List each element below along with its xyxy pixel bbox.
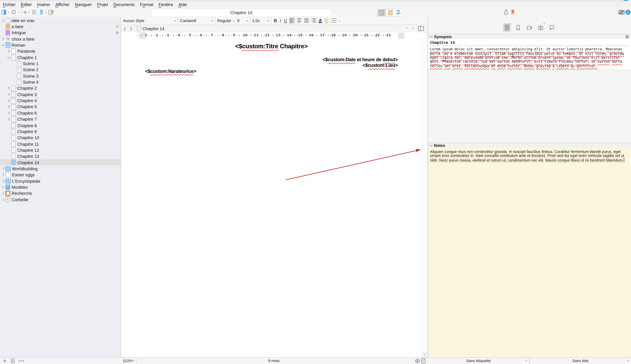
align-left-icon[interactable] bbox=[290, 18, 294, 23]
binder-item-chapitre-7[interactable]: ❯Chapitre 7 bbox=[0, 116, 121, 122]
comments-tab-icon[interactable] bbox=[548, 24, 556, 32]
binder-item-chapitre-10[interactable]: Chapitre 10 bbox=[0, 135, 121, 141]
nav-up-icon[interactable]: ⌃ bbox=[406, 26, 408, 30]
scroll-down-icon[interactable]: ▼ bbox=[422, 352, 426, 357]
style-dropdown[interactable]: Aucun Style▾ bbox=[121, 17, 178, 24]
binder-item-chapitre-13[interactable]: Chapitre 13 bbox=[0, 153, 121, 159]
underline-button[interactable]: U bbox=[284, 18, 287, 23]
binder-item-chapitre-11[interactable]: Chapitre 11 bbox=[0, 141, 121, 147]
menu-format[interactable]: Format bbox=[140, 2, 153, 7]
attach-icon[interactable] bbox=[38, 8, 44, 16]
expand-chevron-icon[interactable]: ❯ bbox=[7, 112, 11, 114]
binder-item-corbeille[interactable]: ❯Corbeille bbox=[0, 196, 121, 202]
inspector-info-icon[interactable]: i bbox=[624, 8, 631, 16]
snapshots-tab-icon[interactable] bbox=[537, 24, 544, 32]
more-options-icon[interactable]: ••• bbox=[18, 358, 24, 363]
metadata-tab-icon[interactable] bbox=[526, 24, 533, 32]
menu-projet[interactable]: Projet bbox=[97, 2, 108, 7]
view-outline-icon[interactable] bbox=[394, 9, 403, 16]
binder-item-easter-eggs[interactable]: ❯Easter eggs bbox=[0, 172, 121, 178]
notes-body[interactable]: Aliquam congue risus non consectetur gra… bbox=[430, 150, 628, 162]
compose-icon[interactable] bbox=[48, 8, 54, 16]
add-item-icon[interactable] bbox=[22, 8, 27, 16]
attach-dropdown-chevron-icon[interactable]: ▾ bbox=[44, 8, 48, 16]
binder-toggle-icon[interactable] bbox=[1, 8, 7, 16]
label-dropdown[interactable]: Sans étiquette ▾ bbox=[428, 358, 529, 364]
nav-forward-icon[interactable]: ❯ bbox=[128, 26, 134, 30]
view-corkboard-icon[interactable] bbox=[386, 9, 394, 16]
menu-documents[interactable]: Documents bbox=[113, 2, 135, 7]
menu-éditer[interactable]: Éditer bbox=[21, 2, 32, 7]
binder-item-chapitre-2[interactable]: ❯Chapitre 2 bbox=[0, 85, 121, 91]
state-dropdown[interactable]: Sans état ▾ bbox=[529, 358, 631, 364]
menu-naviguer[interactable]: Naviguer bbox=[75, 2, 92, 7]
highlight-icon[interactable] bbox=[324, 18, 328, 23]
view-document-icon[interactable] bbox=[378, 9, 386, 16]
binder-item-id-e-en-vrac[interactable]: ❯idée en vrac bbox=[0, 17, 121, 24]
menu-fenêtre[interactable]: Fenêtre bbox=[158, 2, 173, 7]
share-icon[interactable] bbox=[503, 8, 509, 16]
binder-item-chapitre-5[interactable]: ❯Chapitre 5 bbox=[0, 104, 121, 110]
expand-chevron-icon[interactable]: ❯ bbox=[2, 43, 5, 47]
notes-area[interactable]: Aliquam congue risus non consectetur gra… bbox=[428, 148, 631, 358]
binder-item-worldbuilding[interactable]: ❯Worldbuilding bbox=[0, 166, 121, 172]
menu-aide[interactable]: Aide bbox=[178, 2, 187, 7]
binder-item-chapitre-1[interactable]: ❯Chapitre 1 bbox=[0, 54, 121, 60]
expand-chevron-icon[interactable]: ❯ bbox=[7, 56, 10, 59]
ruler[interactable]: 1234567891011121314151617181920212223 bbox=[121, 32, 422, 39]
add-dropdown-chevron-icon[interactable]: ▾ bbox=[27, 8, 30, 16]
editor-document-tab[interactable]: Chapitre 14 bbox=[151, 8, 332, 17]
expand-chevron-icon[interactable]: ❯ bbox=[1, 179, 5, 182]
synopsis-image-icon[interactable] bbox=[625, 35, 629, 38]
nav-down-icon[interactable]: ⌃ bbox=[412, 26, 415, 30]
binder-item-a-faire[interactable]: a faire bbox=[0, 24, 121, 30]
align-justify-icon[interactable] bbox=[304, 18, 309, 23]
expand-chevron-icon[interactable]: ❯ bbox=[1, 173, 5, 176]
expand-chevron-icon[interactable]: ❯ bbox=[1, 198, 5, 201]
nav-back-icon[interactable]: ❮ bbox=[122, 26, 128, 30]
expand-chevron-icon[interactable]: ❯ bbox=[7, 118, 11, 121]
add-folder-icon[interactable] bbox=[10, 358, 15, 363]
binder-item-chapitre-14[interactable]: Chapitre 14 bbox=[0, 159, 121, 166]
writing-target-icon[interactable] bbox=[415, 359, 420, 363]
menu-afficher[interactable]: Afficher bbox=[56, 2, 70, 7]
add-document-icon[interactable] bbox=[3, 359, 7, 363]
binder-item-chapitre-12[interactable]: Chapitre 12 bbox=[0, 147, 121, 153]
font-weight-dropdown[interactable]: Regular▾ bbox=[215, 17, 235, 24]
expand-chevron-icon[interactable]: ❯ bbox=[1, 192, 5, 195]
binder-item-mod-les[interactable]: ❯TModèles bbox=[0, 184, 121, 190]
binder-item-intrigue[interactable]: Intrigue bbox=[0, 30, 121, 36]
binder-item-roman[interactable]: ❯Roman bbox=[0, 42, 121, 48]
expand-chevron-icon[interactable]: ❯ bbox=[7, 105, 11, 108]
compile-icon[interactable] bbox=[618, 8, 625, 16]
split-editor-icon[interactable] bbox=[418, 26, 424, 31]
binder-item-chapitre-9[interactable]: Chapitre 9 bbox=[0, 128, 121, 134]
expand-chevron-icon[interactable]: ❯ bbox=[7, 99, 11, 102]
text-color-button[interactable]: A bbox=[319, 18, 322, 23]
editor-scrollbar[interactable]: ▼ bbox=[422, 39, 427, 358]
menu-insérer[interactable]: Insérer bbox=[37, 2, 50, 7]
binder-item-sc-ne-3[interactable]: Scène 3 bbox=[0, 73, 121, 79]
italic-button[interactable]: I bbox=[280, 18, 281, 23]
bold-button[interactable]: B bbox=[274, 18, 277, 23]
bookmarks-tab-icon[interactable] bbox=[514, 24, 522, 32]
binder-item-recherche[interactable]: ❯Recherche bbox=[0, 190, 121, 196]
notes-collapse-chevron-icon[interactable]: ❯ bbox=[430, 144, 433, 147]
bookmark-icon[interactable] bbox=[511, 8, 515, 16]
line-spacing-dropdown[interactable]: 1.0x▾ bbox=[250, 17, 271, 24]
binder-dropdown-chevron-icon[interactable]: ▾ bbox=[7, 8, 10, 16]
expand-chevron-icon[interactable]: ❯ bbox=[1, 19, 5, 22]
binder-item-chapitre-6[interactable]: ❯Chapitre 6 bbox=[0, 110, 121, 116]
list-dropdown-chevron-icon[interactable]: ▾ bbox=[339, 19, 340, 22]
binder-item-sc-ne-2[interactable]: Scène 2 bbox=[0, 67, 121, 73]
binder-item-sc-ne-4[interactable]: Scène 4 bbox=[0, 79, 121, 85]
document-text-area[interactable]: <$custom:Titre Chapitre><$custom:Date et… bbox=[121, 39, 422, 358]
notes-tab-icon[interactable] bbox=[503, 24, 511, 32]
font-size-dropdown[interactable]: 9▾ bbox=[235, 17, 250, 24]
binder-item-chapitre-8[interactable]: Chapitre 8 bbox=[0, 122, 121, 128]
expand-chevron-icon[interactable]: ❯ bbox=[7, 50, 11, 53]
expand-chevron-icon[interactable]: ❯ bbox=[1, 167, 5, 170]
binder-item-chapitre-4[interactable]: ❯Chapitre 4 bbox=[0, 98, 121, 104]
binder-item-paratexte[interactable]: ❯Paratexte bbox=[0, 48, 121, 54]
synopsis-card[interactable]: Chapitre 14 Lorem ipsum dolor sit amet, … bbox=[428, 39, 631, 70]
